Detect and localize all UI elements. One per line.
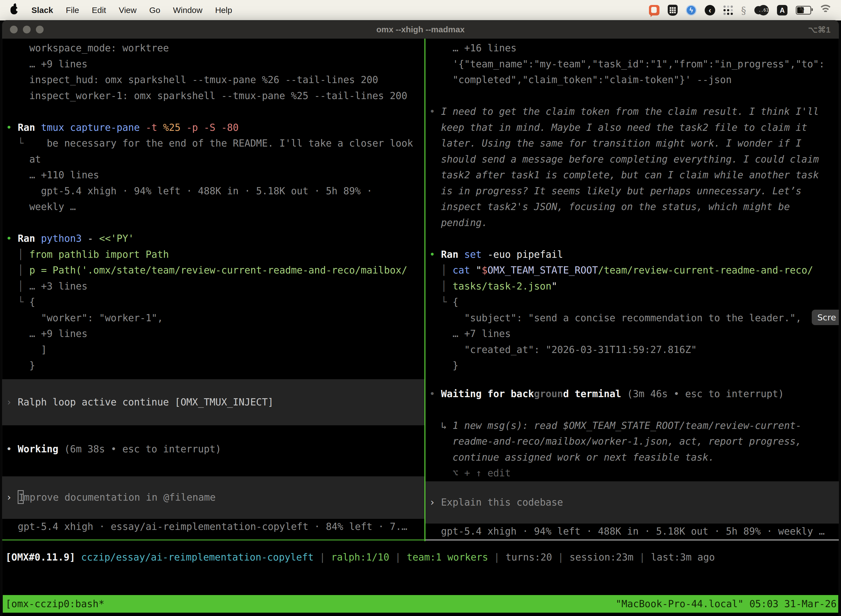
terminal-line: } (425, 358, 839, 374)
tmux-pane-right[interactable]: … +16 lines '{"team_name":"my-team","tas… (425, 39, 839, 540)
terminal-window: omx --xhigh --madmax ⌥⌘1 workspace_mode:… (2, 21, 839, 616)
prompt-input-band[interactable]: › Explain this codebase (425, 481, 839, 524)
terminal-line: "completed","claim_token":"claim-token"}… (425, 72, 839, 88)
terminal-line: … +9 lines (2, 326, 424, 342)
menu-app-name[interactable]: Slack (31, 6, 53, 15)
terminal-line: › Explain this codebase (425, 494, 839, 510)
menu-item-file[interactable]: File (66, 6, 79, 15)
terminal-line (425, 231, 839, 247)
terminal-line: "subject": "send a concise recommendatio… (425, 310, 839, 326)
terminal-line: inspect_worker-1: omx sparkshell --tmux-… (2, 88, 424, 104)
window-title: omx --xhigh --madmax (2, 25, 839, 34)
menu-item-help[interactable]: Help (215, 6, 232, 15)
terminal-line: task2 after task1 is complete, but can I… (425, 167, 839, 183)
mailbox-message: ↳ 1 new msg(s): read $OMX_TEAM_STATE_ROO… (425, 402, 839, 481)
terminal-line: │ cat "$OMX_TEAM_STATE_ROOT/team/review-… (425, 263, 839, 279)
menu-item-edit[interactable]: Edit (92, 6, 106, 15)
menu-item-view[interactable]: View (119, 6, 136, 15)
session-stats: gpt-5.4 xhigh · essay/ai-reimplementatio… (2, 519, 424, 535)
terminal-line (2, 425, 424, 441)
session-stats: gpt-5.4 xhigh · 94% left · 488K in · 5.1… (425, 524, 839, 540)
terminal-line: ] (2, 342, 424, 358)
text-cursor: I (18, 490, 24, 504)
terminal-line: │ … +3 lines (2, 279, 424, 295)
tmux-status-bar: [omx-cczip0:bash* "MacBook-Pro-44.local"… (3, 595, 838, 613)
terminal-line (2, 215, 424, 231)
dots-grid-icon[interactable] (724, 6, 733, 15)
scrollback: workspace_mode: worktree … +9 lines insp… (2, 40, 424, 374)
terminal-line: should send a message before completing … (425, 151, 839, 167)
keyboard-a-icon[interactable]: A (777, 5, 787, 15)
terminal-line: workspace_mode: worktree (2, 40, 424, 56)
terminal-line: weekly … (2, 199, 424, 215)
ralph-notice-band: › Ralph loop active continue [OMX_TMUX_I… (2, 379, 424, 425)
terminal-line: … +16 lines (425, 40, 839, 56)
charging-bolt-icon: ϟ (800, 5, 804, 14)
tmux-host-clock: "MacBook-Pro-44.local" 05:03 31-Mar-26 (615, 598, 838, 609)
terminal-line: "worker": "worker-1", (2, 310, 424, 326)
terminal-line: ↳ 1 new msg(s): read $OMX_TEAM_STATE_ROO… (425, 418, 839, 434)
tmux-pane-left[interactable]: workspace_mode: worktree … +9 lines insp… (2, 39, 424, 540)
omx-hud-status-line: [OMX#0.11.9] cczip/essay/ai-reimplementa… (2, 541, 839, 566)
terminal-line: • Working (6m 38s • esc to interrupt) (2, 441, 424, 457)
terminal-line: • Waiting for background terminal (3m 46… (425, 386, 839, 402)
terminal-line: … +9 lines (2, 56, 424, 72)
terminal-line: … +110 lines (2, 167, 424, 183)
battery-charging-icon[interactable]: ϟ (796, 6, 811, 15)
squiggle-icon[interactable]: § (741, 5, 746, 16)
terminal-line: inspect_hud: omx sparkshell --tmux-pane … (2, 72, 424, 88)
waiting-status: • Waiting for background terminal (3m 46… (425, 386, 839, 402)
terminal-line: │ from pathlib import Path (2, 247, 424, 263)
terminal-line: at (2, 151, 424, 167)
wifi-icon[interactable] (819, 6, 832, 15)
terminal-line: is in progress? It seems likely but perh… (425, 183, 839, 199)
scrollback: … +16 lines '{"team_name":"my-team","tas… (425, 40, 839, 374)
terminal-line: └ { (425, 294, 839, 310)
terminal-line (2, 104, 424, 120)
terminal-line: └ be necessary for the end of the README… (2, 135, 424, 151)
terminal-line: gpt-5.4 xhigh · essay/ai-reimplementatio… (2, 519, 424, 535)
percent-label: ..61 (758, 5, 769, 15)
terminal-line: └ { (2, 294, 424, 310)
terminal-line: • Ran tmux capture-pane -t %25 -p -S -80 (2, 120, 424, 136)
terminal-line: │ tasks/task-2.json" (425, 279, 839, 295)
working-status: • Working (6m 38s • esc to interrupt) (2, 425, 424, 457)
terminal-line: "created_at": "2026-03-31T11:59:27.816Z" (425, 342, 839, 358)
shield-grid-icon[interactable] (668, 5, 678, 16)
terminal-line: inspect task2's JSON, focusing on the st… (425, 199, 839, 215)
terminal-line: › Improve documentation in @filename (2, 490, 424, 506)
percent-bubble-icon[interactable]: ..61 (755, 5, 769, 16)
terminal-line: ⌥ + ↑ edit (425, 465, 839, 481)
tmux-session-label[interactable]: [omx-cczip0:bash* (3, 598, 104, 609)
menu-bar: Slack File Edit View Go Window Help ϟ ‹ … (0, 0, 841, 21)
terminal-line: gpt-5.4 xhigh · 94% left · 488K in · 5.1… (2, 183, 424, 199)
apple-menu-icon[interactable] (10, 6, 18, 14)
chat-app-icon[interactable] (649, 5, 659, 15)
terminal-line: • Ran set -euo pipefail (425, 247, 839, 263)
terminal-line: later. Using the same for transition mig… (425, 135, 839, 151)
terminal-line: • Ran python3 - <<'PY' (2, 231, 424, 247)
terminal-line: continue assigned work or next feasible … (425, 450, 839, 466)
terminal-line: › Ralph loop active continue [OMX_TMUX_I… (2, 395, 424, 411)
terminal-line: pending. (425, 215, 839, 231)
terminal-line (425, 402, 839, 418)
terminal-line: … +7 lines (425, 326, 839, 342)
terminal-line: '{"team_name":"my-team","task_id":"1","f… (425, 56, 839, 72)
terminal-line: │ p = Path('.omx/state/team/review-curre… (2, 263, 424, 279)
terminal-line: gpt-5.4 xhigh · 94% left · 488K in · 5.1… (425, 524, 839, 540)
menu-item-window[interactable]: Window (173, 6, 202, 15)
screen-toast-overlay: Scre (812, 309, 839, 325)
terminal-content: workspace_mode: worktree … +9 lines insp… (2, 39, 839, 616)
terminal-line (425, 88, 839, 104)
prompt-input-band[interactable]: › Improve documentation in @filename (2, 476, 424, 519)
terminal-line: [OMX#0.11.9] cczip/essay/ai-reimplementa… (6, 550, 839, 566)
terminal-line: } (2, 358, 424, 374)
terminal-section: [OMX#0.11.9] cczip/essay/ai-reimplementa… (6, 550, 839, 566)
verified-badge-icon[interactable]: ϟ (686, 5, 696, 15)
menu-item-go[interactable]: Go (149, 6, 160, 15)
terminal-line: readme-and-reco/mailbox/worker-1.json, a… (425, 434, 839, 450)
terminal-line: keep that in mind. Maybe I also need the… (425, 120, 839, 136)
window-title-bar[interactable]: omx --xhigh --madmax ⌥⌘1 (2, 21, 839, 39)
terminal-line: • I need to get the claim token from the… (425, 104, 839, 120)
moon-chevron-icon[interactable]: ‹ (705, 5, 715, 15)
